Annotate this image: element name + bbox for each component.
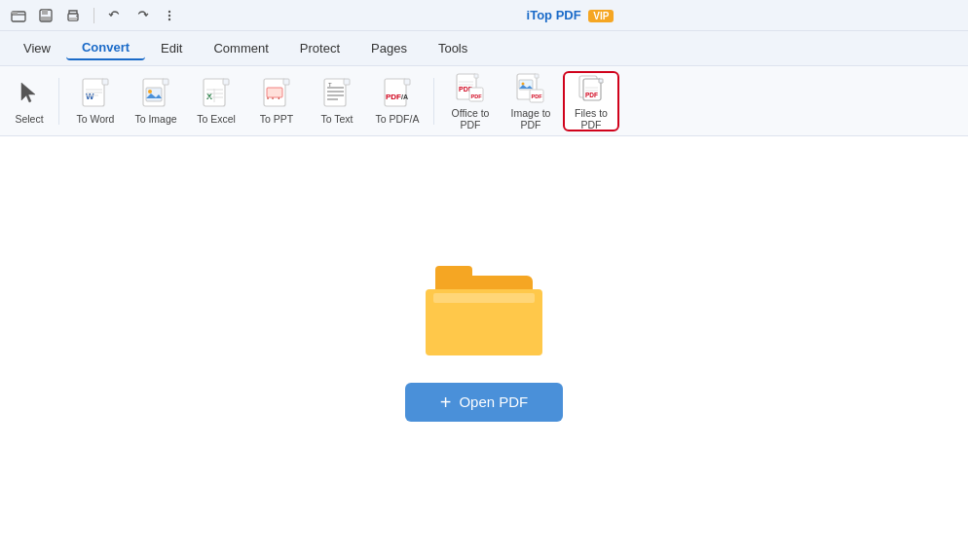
titlebar-left-icons [8,5,180,26]
undo-icon[interactable] [104,5,126,26]
svg-point-8 [168,10,170,12]
open-folder-icon[interactable] [8,5,29,26]
tool-files-to-pdf[interactable]: PDF Files to PDF [563,71,619,131]
svg-rect-19 [146,88,162,101]
toolbar: Select W To Word [0,66,968,136]
svg-rect-40 [404,79,410,85]
tool-to-word[interactable]: W To Word [67,71,124,131]
menu-comment[interactable]: Comment [198,37,283,59]
tool-to-text[interactable]: T To Text [309,71,365,131]
menu-tools[interactable]: Tools [423,37,483,59]
svg-rect-29 [283,79,289,85]
tool-to-image-label: To Image [134,113,176,125]
svg-rect-22 [223,79,229,85]
content-area: + Open PDF [0,136,968,560]
files-pdf-icon: PDF [576,72,607,103]
image-icon [140,78,171,109]
menu-edit[interactable]: Edit [145,37,198,59]
toolbar-sep-2 [433,78,434,125]
tool-image-to-pdf[interactable]: PDF Image to PDF [503,71,559,131]
svg-text:PDF: PDF [585,92,598,98]
image-pdf-icon: PDF [515,72,546,103]
svg-text:PDF: PDF [471,93,483,99]
svg-point-10 [168,18,170,19]
svg-rect-12 [102,79,108,85]
menu-protect[interactable]: Protect [284,37,355,59]
folder-shine [433,293,535,303]
tool-to-pdfa[interactable]: PDF /A To PDF/A [369,71,426,131]
svg-rect-6 [69,18,77,20]
tool-to-ppt[interactable]: PPT To PPT [248,71,305,131]
svg-rect-18 [163,79,168,85]
app-name-label: iTop PDF [527,8,581,22]
tool-files-to-pdf-label: Files to PDF [565,107,617,131]
svg-text:T: T [328,82,332,88]
tool-office-to-pdf-label: Office to PDF [442,107,499,131]
svg-rect-31 [267,88,282,97]
svg-point-7 [76,15,78,17]
titlebar: iTop PDF VIP [0,0,968,31]
redo-icon[interactable] [131,5,153,26]
tool-select[interactable]: Select [8,71,51,131]
svg-rect-58 [599,79,603,83]
ppt-icon: PPT [261,78,292,109]
tool-to-word-label: To Word [77,113,115,125]
tool-select-label: Select [15,113,43,125]
vip-badge: VIP [588,10,614,22]
menubar: View Convert Edit Comment Protect Pages … [0,31,968,66]
tool-to-excel-label: To Excel [197,113,236,125]
svg-rect-33 [344,79,350,85]
app-title: iTop PDF VIP [180,8,960,22]
open-pdf-plus-icon: + [440,392,452,412]
folder-illustration [426,276,542,363]
excel-icon: X [201,78,232,109]
word-icon: W [80,78,111,109]
text-icon: T [321,78,353,109]
svg-text:PDF: PDF [386,93,401,101]
menu-pages[interactable]: Pages [355,37,423,59]
svg-point-20 [148,90,152,93]
svg-point-9 [168,14,170,16]
tool-to-ppt-label: To PPT [260,113,293,125]
svg-text:PDF: PDF [532,93,543,99]
more-icon[interactable] [159,5,180,26]
tool-to-pdfa-label: To PDF/A [376,113,420,125]
tool-image-to-pdf-label: Image to PDF [503,107,559,131]
toolbar-sep-1 [58,78,59,125]
open-pdf-button[interactable]: + Open PDF [405,383,564,422]
svg-rect-44 [474,74,478,78]
tool-to-image[interactable]: To Image [128,71,184,131]
titlebar-separator [93,8,94,23]
save-icon[interactable] [35,5,56,26]
tool-office-to-pdf[interactable]: PDF PDF Office to PDF [442,71,499,131]
svg-text:/A: /A [401,93,408,100]
menu-view[interactable]: View [8,37,66,59]
cursor-icon [14,78,45,109]
menu-convert[interactable]: Convert [66,36,145,60]
tool-to-text-label: To Text [320,113,353,125]
pdfa-icon: PDF /A [382,78,413,109]
svg-rect-1 [12,12,18,15]
print-icon[interactable] [62,5,84,26]
office-pdf-icon: PDF PDF [455,72,486,103]
svg-rect-3 [42,10,48,15]
svg-rect-51 [535,74,539,78]
svg-rect-4 [41,17,51,20]
open-pdf-label: Open PDF [459,393,528,410]
tool-to-excel[interactable]: X To Excel [188,71,244,131]
